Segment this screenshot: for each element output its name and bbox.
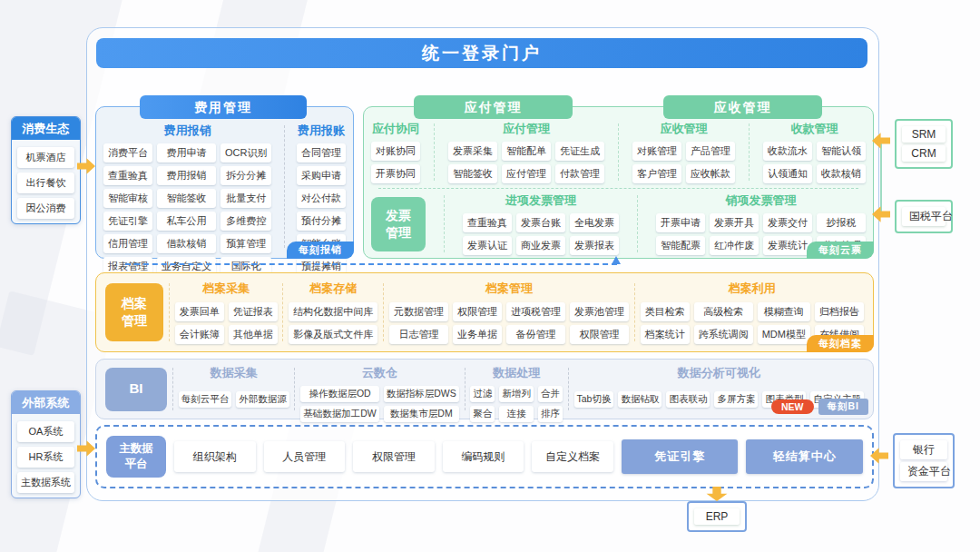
side-label-text: BI <box>130 380 143 398</box>
module-chip: 多屏方案 <box>714 391 758 408</box>
panel-items: OA系统HR系统主数据系统 <box>12 414 80 498</box>
payable-receivable-row: 应付协同 对账协同开票协同 应付管理 发票采集智能配单凭证生成智能签收应付管理付… <box>371 121 866 183</box>
module-chip: 抄报税 <box>817 213 866 232</box>
side-label-text: 主数据平台 <box>119 441 153 472</box>
panel-title: 消费生态 <box>12 117 80 140</box>
group-expense-accounting: 费用报账 合同管理采购申请对公付款预付分摊智能台账预提摊销 <box>297 123 346 251</box>
module-grid: 元数据管理权限管理进项税管理发票池管理日志管理业务单据备份管理权限管理 <box>389 302 629 344</box>
module-chip: 产品管理 <box>686 142 735 161</box>
dashed-connector-line <box>125 263 617 265</box>
divider <box>444 195 445 252</box>
module-chip: 智能签收 <box>448 164 497 183</box>
module-chip: 智能配单 <box>502 142 551 161</box>
module-chip: 发票台账 <box>516 213 565 232</box>
module-grid: 收款流水智能认领认领通知收款核销 <box>763 142 866 183</box>
group-title: 档案采集 <box>175 281 278 297</box>
module-grid: 结构化数据中间库影像及版式文件库 <box>289 302 377 344</box>
external-system-chip: SRM <box>902 126 946 143</box>
group-title: 费用报账 <box>297 123 346 139</box>
group-title: 档案存储 <box>289 281 377 297</box>
module-chip: 批量支付 <box>220 189 271 208</box>
module-chip: 归档报告 <box>815 302 864 321</box>
group-title: 应收管理 <box>632 121 735 137</box>
module-chip: 权限管理 <box>453 302 502 321</box>
arrow-up-icon <box>612 251 621 264</box>
module-chip: Tab切换 <box>574 391 614 408</box>
module-chip: 档案统计 <box>641 325 690 344</box>
module-chip: 类目检索 <box>641 302 690 321</box>
module-grid: 发票回单凭证报表会计账簿其他单据 <box>175 302 278 344</box>
panel-items: 机票酒店出行餐饮因公消费 <box>12 140 80 223</box>
module-grid: 对账协同开票协同 <box>371 142 420 183</box>
group-title: 销项发票管理 <box>656 192 866 209</box>
module-chip: 数据指标层DWS <box>384 386 459 402</box>
module-chip: 对账协同 <box>371 142 420 161</box>
tab-payable-management: 应付管理 <box>414 95 573 119</box>
module-chip: 凭证引擎 <box>103 212 152 231</box>
panel-title: 外部系统 <box>12 391 80 414</box>
module-chip: 预付分摊 <box>297 212 346 231</box>
group-archive-collect: 档案采集 发票回单凭证报表会计账簿其他单据 <box>175 281 278 344</box>
product-badge-meike-bi: 每刻BI <box>818 399 869 415</box>
group-title: 档案管理 <box>389 281 629 297</box>
module-chip: 聚合 <box>470 406 495 422</box>
module-chip: 结构化数据中间库 <box>289 302 377 321</box>
group-title: 数据采集 <box>179 365 289 381</box>
module-chip: 发票回单 <box>175 302 224 321</box>
tab-receivable-management: 应收管理 <box>663 95 822 119</box>
group-data-collect: 数据采集 每刻云平台外部数据源 <box>179 365 289 413</box>
module-chip: 智能签收 <box>157 189 216 208</box>
archive-management-label: 档案管理 <box>105 283 163 341</box>
master-data-highlight-modules: 凭证引擎轻结算中心 <box>622 439 863 474</box>
group-title: 进项发票管理 <box>463 192 619 209</box>
divider <box>618 123 619 181</box>
divider <box>378 188 858 189</box>
divider <box>465 368 466 410</box>
group-data-process: 数据处理 过滤新增列合并聚合连接排序 <box>470 365 563 413</box>
external-systems-panel: 外部系统 OA系统HR系统主数据系统 <box>11 390 81 498</box>
product-badge-meike-yunpiao: 每刻云票 <box>807 242 874 259</box>
group-title: 数据分析可视化 <box>574 365 864 381</box>
module-chip: OCR识别 <box>220 143 271 163</box>
group-receivable-management: 应收管理 对账管理产品管理客户管理应收帐款 <box>632 121 735 183</box>
module-chip: 图表联动 <box>666 391 710 408</box>
module-chip: 对公付款 <box>297 189 346 208</box>
module-chip: 连接 <box>499 406 534 422</box>
module-grid: 消费平台费用申请OCR识别查重验真费用报销拆分分摊智能审核智能签收批量支付凭证引… <box>103 143 271 276</box>
module-grid: 对账管理产品管理客户管理应收帐款 <box>632 142 735 183</box>
bi-badges: NEW 每刻BI <box>771 399 868 415</box>
module-chip: 对账管理 <box>632 142 681 161</box>
module-chip: 发票统计 <box>763 236 812 255</box>
module-card: 组织架构 <box>174 441 256 472</box>
module-chip: 应付管理 <box>502 164 551 183</box>
external-system-chip: 资金平台 <box>900 462 947 481</box>
invoice-row: 发票管理 进项发票管理 查重验真发票台账全电发票发票认证商业发票发票报表 销项发… <box>371 192 866 255</box>
side-label-text: 档案管理 <box>122 295 147 330</box>
group-input-invoice: 进项发票管理 查重验真发票台账全电发票发票认证商业发票发票报表 <box>463 192 619 255</box>
divider <box>749 123 750 181</box>
module-chip: 凭证报表 <box>229 302 278 321</box>
payable-receivable-section: 应付管理 应收管理 应付协同 对账协同开票协同 应付管理 发票采集智能配单凭证生… <box>363 106 874 259</box>
external-system-chip: OA系统 <box>17 421 74 442</box>
bank-treasury-panel: 银行资金平台 <box>893 433 955 488</box>
module-chip: 会计账簿 <box>175 325 224 344</box>
divider <box>568 368 569 410</box>
divider <box>294 368 295 410</box>
module-chip: 智能审核 <box>103 189 152 208</box>
group-title: 费用报销 <box>103 123 271 139</box>
module-chip: 发票交付 <box>763 213 812 232</box>
module-chip: 费用申请 <box>157 143 216 163</box>
module-chip: 付款管理 <box>555 164 604 183</box>
module-chip: 查重验真 <box>463 213 512 232</box>
module-chip: 发票认证 <box>463 236 512 255</box>
module-chip: 应收帐款 <box>686 164 735 183</box>
module-card: 权限管理 <box>353 441 435 472</box>
module-chip: 进项税管理 <box>506 302 565 321</box>
module-chip: 备份管理 <box>506 325 565 344</box>
module-chip: 数据集市层DM <box>384 406 459 422</box>
module-chip: 多维费控 <box>220 212 271 231</box>
module-grid: 每刻云平台外部数据源 <box>179 391 289 408</box>
module-chip: 其他单据 <box>229 325 278 344</box>
group-archive-manage: 档案管理 元数据管理权限管理进项税管理发票池管理日志管理业务单据备份管理权限管理 <box>389 281 629 344</box>
module-grid: 过滤新增列合并聚合连接排序 <box>470 386 563 422</box>
